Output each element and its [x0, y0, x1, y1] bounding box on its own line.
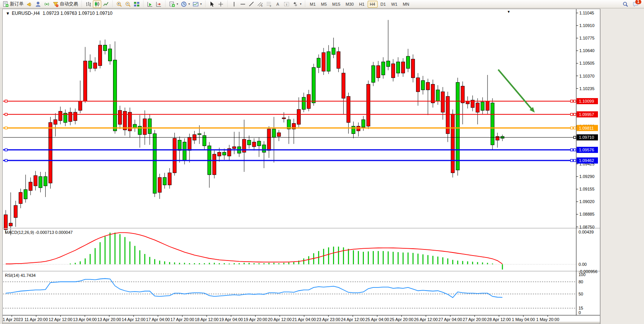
tile-windows-button[interactable]	[132, 0, 141, 8]
hline-axis-handle[interactable]	[574, 149, 576, 151]
zoom-out-button[interactable]	[124, 0, 132, 8]
toolbar-separator	[226, 1, 228, 8]
auto-trading-label: 自动交易	[60, 1, 78, 7]
auto-trading-button[interactable]: 自动交易	[51, 0, 79, 8]
chart-window[interactable]: 1.110451.109101.107751.106401.105051.103…	[2, 9, 600, 324]
zoom-in-button[interactable]	[115, 0, 123, 8]
text-label-tool-button[interactable]: T	[282, 0, 291, 8]
channel-tool-button[interactable]: E	[256, 0, 265, 8]
notifications-button[interactable]: 1	[633, 1, 639, 7]
price-grid-label: 1.09020	[579, 199, 595, 204]
candle-body	[118, 110, 122, 124]
timeframe-h1-button[interactable]: H1	[357, 1, 367, 8]
chart-title: EURUSD-,H4	[12, 11, 40, 16]
scroll-to-end-marker[interactable]: ▼	[507, 10, 510, 14]
trendline-tool-button[interactable]	[247, 0, 256, 8]
candle-body	[257, 141, 261, 146]
timeframe-m1-button[interactable]: M1	[308, 1, 318, 8]
new-order-button[interactable]: 新订单	[2, 0, 25, 8]
hline-axis-handle[interactable]	[574, 159, 576, 162]
hline-handle[interactable]	[5, 100, 7, 102]
signals-button[interactable]	[43, 0, 51, 8]
candle-body	[168, 173, 171, 185]
arrows-tool-button[interactable]: ▾	[291, 0, 303, 8]
timeframe-switcher: M1M5M15M30H1H4D1W1MN	[308, 1, 411, 8]
community-button[interactable]	[34, 0, 42, 8]
candle-body	[312, 67, 316, 103]
candle-body	[332, 48, 335, 54]
horn-icon	[26, 1, 32, 7]
candle-body	[19, 192, 22, 203]
vertical-line-tool-button[interactable]	[230, 0, 238, 8]
signal-icon	[44, 1, 50, 7]
hline-axis-handle[interactable]	[574, 136, 576, 138]
hline-handle[interactable]	[571, 113, 573, 116]
candle-body	[416, 78, 420, 92]
cursor-tool-button[interactable]	[208, 0, 216, 8]
bar-chart-mode-button[interactable]	[84, 0, 92, 8]
candle-body	[282, 118, 285, 119]
candle-body	[406, 56, 410, 68]
candle-body	[44, 176, 47, 186]
hline-handle[interactable]	[5, 113, 7, 116]
date-label: 27 Apr 20:00	[463, 317, 486, 322]
candle-body	[14, 205, 18, 218]
hline-axis-handle[interactable]	[574, 100, 576, 102]
timeframe-m5-button[interactable]: M5	[319, 1, 329, 8]
candle-body	[451, 114, 454, 173]
ohlc-bars-icon	[85, 1, 91, 7]
hline-axis-handle[interactable]	[574, 127, 576, 129]
candle-body	[381, 62, 385, 75]
clock-icon	[181, 1, 187, 7]
horizontal-line-tool-button[interactable]	[239, 0, 247, 8]
hline-handle[interactable]	[571, 100, 573, 102]
timeframe-h4-button[interactable]: H4	[368, 1, 378, 8]
news-button[interactable]	[25, 0, 33, 8]
auto-scroll-button[interactable]	[146, 0, 154, 8]
new-chart-button[interactable]: ▾	[168, 0, 179, 8]
price-badge-label: 1.10099	[579, 99, 594, 103]
hline-handle[interactable]	[571, 149, 573, 151]
text-tool-button[interactable]: A	[274, 0, 282, 8]
price-badge-label: 1.09710	[579, 135, 594, 140]
candlestick-mode-button[interactable]	[93, 0, 101, 8]
candle-body	[223, 152, 226, 155]
hline-handle[interactable]	[5, 159, 7, 162]
periods-button[interactable]: ▾	[180, 0, 191, 8]
chart-canvas[interactable]: 1.110451.109101.107751.106401.105051.103…	[3, 9, 600, 324]
chart-shift-button[interactable]	[155, 0, 163, 8]
candlestick-icon	[94, 1, 100, 7]
date-label: 25 Apr 20:00	[390, 317, 413, 322]
rsi-scale-label: 15	[579, 306, 583, 310]
toolbar-separator	[112, 1, 113, 8]
timeframe-m30-button[interactable]: M30	[343, 1, 356, 8]
candle-body	[108, 49, 112, 61]
crosshair-tool-button[interactable]	[217, 0, 225, 8]
timeframe-w1-button[interactable]: W1	[389, 1, 400, 8]
line-chart-mode-button[interactable]	[102, 0, 110, 8]
candle-body	[337, 52, 340, 68]
hline-handle[interactable]	[571, 127, 573, 129]
candle-body	[49, 122, 52, 183]
candle-body	[396, 62, 400, 73]
rsi-scale-label: 0	[579, 310, 581, 315]
hline-handle[interactable]	[571, 159, 573, 162]
candle-body	[352, 126, 355, 134]
candle-body	[4, 215, 8, 230]
zoom-in-icon	[116, 1, 122, 7]
indicators-button[interactable]: ▾	[191, 0, 203, 8]
chart-background	[3, 9, 600, 324]
search-button[interactable]	[621, 0, 630, 8]
chart-dropdown-marker[interactable]: ▼	[6, 11, 10, 16]
timeframe-mn-button[interactable]: MN	[400, 1, 411, 8]
candle-body	[148, 119, 151, 133]
candle-body	[39, 176, 42, 187]
fibonacci-tool-button[interactable]: F	[265, 0, 273, 8]
timeframe-m15-button[interactable]: M15	[330, 1, 343, 8]
hline-axis-handle[interactable]	[574, 113, 576, 116]
hline-handle[interactable]	[5, 127, 7, 129]
hline-handle[interactable]	[5, 149, 7, 151]
date-label: 11 Apr 20:00	[24, 317, 48, 322]
timeframe-d1-button[interactable]: D1	[378, 1, 388, 8]
candle-body	[29, 182, 32, 191]
